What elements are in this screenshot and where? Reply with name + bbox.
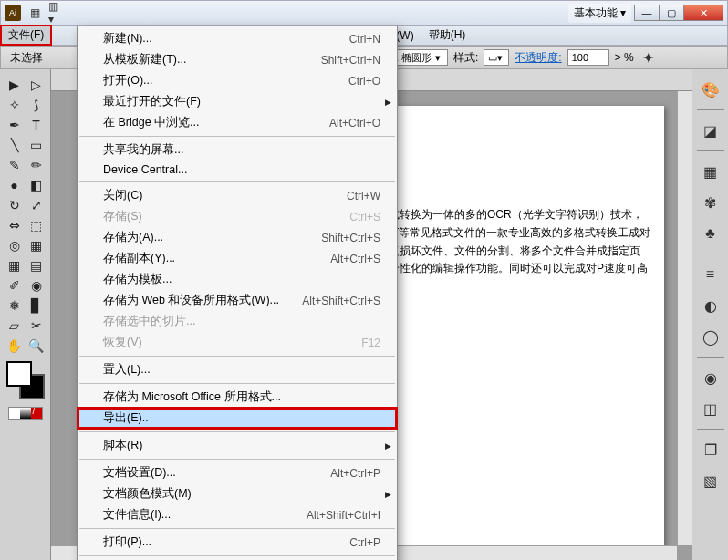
menu-item[interactable]: 存储为(A)...Shift+Ctrl+S [78,227,397,248]
menu-item-shortcut: Alt+Shift+Ctrl+S [302,295,380,307]
pencil-tool-icon[interactable]: ✏ [26,155,47,175]
menu-item[interactable]: 文件信息(I)...Alt+Shift+Ctrl+I [78,504,397,525]
fill-swatch[interactable] [6,361,32,387]
graph-tool-icon[interactable]: ▊ [26,296,47,316]
window-minimize-button[interactable]: — [634,5,660,21]
direct-selection-tool-icon[interactable]: ▷ [26,75,47,95]
menu-item[interactable]: 共享我的屏幕... [78,140,397,161]
scale-tool-icon[interactable]: ⤢ [26,195,47,215]
menu-item-shortcut: Ctrl+O [348,75,380,88]
menu-item[interactable]: 脚本(R) [78,435,397,456]
menu-separator [79,431,395,432]
gradient-tool-icon[interactable]: ▤ [26,255,47,275]
menu-item[interactable]: 存储为模板... [78,269,397,290]
menu-item[interactable]: 打开(O)...Ctrl+O [78,70,397,91]
vertical-scrollbar[interactable] [677,91,692,545]
transparency-panel-icon[interactable]: ◯ [698,324,723,349]
menu-separator [79,555,395,556]
menu-item: 恢复(V)F12 [78,332,397,353]
menu-item-label: 存储为 Web 和设备所用格式(W)... [103,293,279,308]
symbols-panel-icon[interactable]: ♣ [698,221,723,246]
menu-help[interactable]: 帮助(H) [421,26,473,45]
artboards-panel-icon[interactable]: ▧ [698,468,723,493]
menu-item-shortcut: Shift+Ctrl+S [321,232,380,244]
pen-tool-icon[interactable]: ✒ [4,115,26,135]
lasso-tool-icon[interactable]: ⟆ [26,95,47,115]
menu-item-label: 关闭(C) [103,188,142,203]
menu-item-label: 存储副本(Y)... [103,251,175,266]
window-maximize-button[interactable]: ▢ [659,5,684,21]
window-close-button[interactable]: ✕ [683,5,723,21]
menu-item-label: 脚本(R) [103,438,142,453]
arrange-icon[interactable]: ▥ ▾ [48,5,65,21]
gradient-panel-icon[interactable]: ◐ [698,293,723,318]
menu-item-label: 存储(S) [103,209,142,224]
brushes-panel-icon[interactable]: ✾ [698,190,723,215]
type-tool-icon[interactable]: T [26,115,47,135]
style-label: 样式: [453,50,478,66]
menu-item[interactable]: 置入(L)... [78,359,397,380]
menu-item[interactable]: 在 Bridge 中浏览...Alt+Ctrl+O [78,112,397,133]
appearance-panel-icon[interactable]: ◉ [698,365,723,390]
blob-brush-tool-icon[interactable]: ● [4,175,26,195]
eraser-tool-icon[interactable]: ◧ [26,175,47,195]
bridge-icon[interactable]: ▦ [26,5,43,21]
percent-label: > % [615,51,634,64]
workspace-switcher[interactable]: 基本功能 ▾ [568,4,631,23]
symbol-sprayer-tool-icon[interactable]: ❅ [4,296,26,316]
menu-item[interactable]: 文档颜色模式(M) [78,483,397,504]
line-tool-icon[interactable]: ╲ [4,135,26,155]
prefs-icon[interactable]: ✦ [640,48,658,67]
menu-item-label: 文档颜色模式(M) [103,486,192,502]
zoom-tool-icon[interactable]: 🔍 [26,336,47,356]
menu-item[interactable]: 关闭(C)Ctrl+W [78,185,397,206]
graphic-styles-panel-icon[interactable]: ◫ [698,396,723,421]
perspective-tool-icon[interactable]: ▦ [26,235,47,255]
menu-item-label: 存储为 Microsoft Office 所用格式... [103,389,281,405]
menu-item[interactable]: 存储副本(Y)...Alt+Ctrl+S [78,248,397,269]
menu-item[interactable]: 最近打开的文件(F) [78,91,397,112]
menu-item-label: 文档设置(D)... [103,465,176,481]
menu-item-label: 恢复(V) [103,335,142,350]
paintbrush-tool-icon[interactable]: ✎ [4,155,26,175]
eyedropper-tool-icon[interactable]: ✐ [4,275,26,296]
stroke-panel-icon[interactable]: ≡ [698,262,723,287]
blend-tool-icon[interactable]: ◉ [26,275,47,296]
fill-stroke-control[interactable] [6,361,45,399]
menu-item-label: 文件信息(I)... [103,507,171,523]
layers-panel-icon[interactable]: ❐ [698,437,723,462]
artboard-tool-icon[interactable]: ▱ [4,316,26,336]
menu-item-shortcut: Ctrl+P [349,536,380,549]
menu-item[interactable]: 存储为 Microsoft Office 所用格式... [78,387,397,408]
free-transform-tool-icon[interactable]: ⬚ [26,215,47,235]
selection-tool-icon[interactable]: ▶ [4,75,26,95]
rotate-tool-icon[interactable]: ↻ [4,195,26,215]
mesh-tool-icon[interactable]: ▦ [4,255,26,275]
color-panel-icon[interactable]: 🎨 [698,77,723,102]
menu-item[interactable]: 文档设置(D)...Alt+Ctrl+P [78,462,397,483]
title-bar: Ai ▦ ▥ ▾ 基本功能 ▾ — ▢ ✕ [0,0,728,26]
opacity-field[interactable]: 100 [567,49,609,66]
menu-item[interactable]: Device Central... [78,161,397,179]
menu-item[interactable]: 导出(E).. [78,408,397,429]
swatches-panel-icon[interactable]: ▦ [698,159,723,184]
menu-item[interactable]: 打印(P)...Ctrl+P [78,532,397,553]
menu-item-label: 导出(E).. [103,410,149,426]
menu-item[interactable]: 从模板新建(T)...Shift+Ctrl+N [78,49,397,70]
menu-item-shortcut: Alt+Shift+Ctrl+I [307,509,380,522]
menu-item[interactable]: 新建(N)...Ctrl+N [78,28,397,49]
shape-builder-tool-icon[interactable]: ◎ [4,235,26,255]
menu-item[interactable]: 存储为 Web 和设备所用格式(W)...Alt+Shift+Ctrl+S [78,290,397,311]
menu-file[interactable]: 文件(F) [1,26,51,45]
width-tool-icon[interactable]: ⇔ [4,215,26,235]
menu-item-shortcut: Alt+Ctrl+P [330,467,380,480]
color-guide-panel-icon[interactable]: ◪ [698,118,723,143]
hand-tool-icon[interactable]: ✋ [4,336,26,356]
opacity-label[interactable]: 不透明度: [515,50,561,66]
style-swatch[interactable]: ▭▾ [484,49,509,66]
rectangle-tool-icon[interactable]: ▭ [26,135,47,155]
slice-tool-icon[interactable]: ✂ [26,316,47,336]
color-mode-strip[interactable]: / [8,407,43,420]
menu-item-label: 存储为(A)... [103,230,163,245]
magic-wand-tool-icon[interactable]: ✧ [4,95,26,115]
